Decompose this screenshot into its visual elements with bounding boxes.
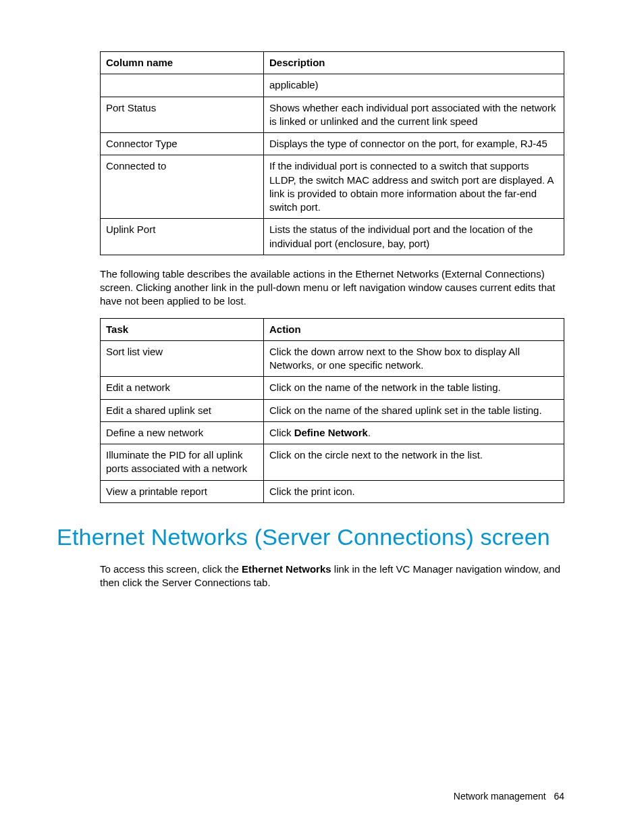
table-cell [101,74,264,97]
column-description-table: Column name Description applicable) Port… [100,51,564,255]
document-page: Column name Description applicable) Port… [0,0,644,834]
table-cell: Click the down arrow next to the Show bo… [264,340,564,377]
table-cell: Click Define Network. [264,421,564,444]
table-cell: applicable) [264,74,564,97]
text: Click [269,427,294,438]
table-row: Illuminate the PID for all uplink ports … [101,444,564,481]
table-row: Edit a shared uplink set Click on the na… [101,399,564,421]
page-footer: Network management 64 [454,790,564,803]
bold-text: Ethernet Networks [242,563,331,575]
table-row: Define a new network Click Define Networ… [101,421,564,444]
table-cell: Connected to [101,155,264,219]
table-cell: Edit a network [101,377,264,399]
text: To access this screen, click the [100,563,242,575]
text: . [368,427,371,438]
table-cell: Displays the type of connector on the po… [264,133,564,155]
footer-section-label: Network management [454,791,546,802]
table-cell: Shows whether each individual port assoc… [264,97,564,133]
task-action-table: Task Action Sort list view Click the dow… [100,318,564,503]
table-cell: Lists the status of the individual port … [264,219,564,255]
table-row: Connected to If the individual port is c… [101,155,564,219]
table-cell: Uplink Port [101,219,264,255]
table-header-cell: Description [264,52,564,74]
table-row: Connector Type Displays the type of conn… [101,133,564,155]
table-cell: Click on the name of the shared uplink s… [264,399,564,421]
table-row: applicable) [101,74,564,97]
paragraph: To access this screen, click the Etherne… [100,563,564,590]
table-header-cell: Task [101,318,264,340]
table-cell: Click on the name of the network in the … [264,377,564,399]
table-row: Sort list view Click the down arrow next… [101,340,564,377]
bold-text: Define Network [294,427,368,438]
table-cell: View a printable report [101,480,264,502]
table-cell: Edit a shared uplink set [101,399,264,421]
table-cell: Illuminate the PID for all uplink ports … [101,444,264,481]
section-heading: Ethernet Networks (Server Connections) s… [57,522,564,553]
table-row: Port Status Shows whether each individua… [101,97,564,133]
table-row: Uplink Port Lists the status of the indi… [101,219,564,255]
table-header-cell: Column name [101,52,264,74]
table-row: Edit a network Click on the name of the … [101,377,564,399]
table-cell: Connector Type [101,133,264,155]
table-cell: Click on the circle next to the network … [264,444,564,481]
table-header-cell: Action [264,318,564,340]
table-cell: Click the print icon. [264,480,564,502]
table-header-row: Column name Description [101,52,564,74]
table-cell: Define a new network [101,421,264,444]
table-row: View a printable report Click the print … [101,480,564,502]
footer-page-number: 64 [554,791,564,802]
table-cell: Sort list view [101,340,264,377]
paragraph: The following table describes the availa… [100,267,564,309]
table-cell: If the individual port is connected to a… [264,155,564,219]
table-header-row: Task Action [101,318,564,340]
table-cell: Port Status [101,97,264,133]
